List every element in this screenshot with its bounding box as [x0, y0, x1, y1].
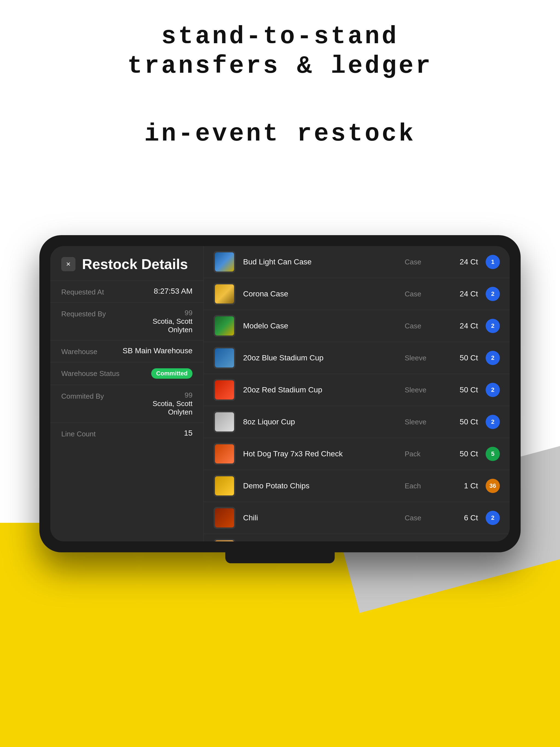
- hero-line2: transfers & ledger: [0, 51, 560, 81]
- item-thumb-image: [215, 380, 234, 400]
- committed-by-value: 99 Scotia, Scott Onlyten: [121, 391, 193, 416]
- item-name: Hot Dog Tray 7x3 Red Check: [243, 449, 397, 458]
- hero-section: stand-to-stand transfers & ledger in-eve…: [0, 0, 560, 160]
- item-count-badge: 1: [486, 255, 500, 269]
- requested-by-label: Requested By: [61, 309, 121, 318]
- item-count-badge: 2: [486, 511, 500, 525]
- item-quantity: 24 Ct: [451, 258, 478, 266]
- list-item[interactable]: 8oz Liquor Cup Sleeve 50 Ct 2: [204, 406, 510, 438]
- list-item[interactable]: Brioche Hamburger Bun Case 144 Ct 1: [204, 534, 510, 541]
- item-name: 20oz Red Stadium Cup: [243, 386, 397, 394]
- warehouse-label: Warehouse: [61, 346, 121, 356]
- item-thumbnail: [213, 251, 235, 273]
- page-title: Restock Details: [82, 256, 188, 272]
- item-unit: Sleeve: [405, 418, 443, 426]
- item-unit: Case: [405, 258, 443, 266]
- requested-by-id: 99: [121, 309, 193, 317]
- item-name: Modelo Case: [243, 321, 397, 330]
- list-item[interactable]: 20oz Blue Stadium Cup Sleeve 50 Ct 2: [204, 342, 510, 374]
- item-name: 8oz Liquor Cup: [243, 417, 397, 426]
- warehouse-row: Warehouse SB Main Warehouse: [50, 340, 203, 362]
- item-quantity: 1 Ct: [451, 482, 478, 490]
- item-thumbnail: [213, 539, 235, 541]
- requested-by-name: Scotia, Scott Onlyten: [121, 317, 193, 334]
- item-quantity: 50 Ct: [451, 354, 478, 362]
- requested-by-row: Requested By 99 Scotia, Scott Onlyten: [50, 302, 203, 340]
- item-thumb-image: [215, 508, 234, 527]
- warehouse-status-value: Committed: [121, 368, 193, 379]
- item-count-badge: 2: [486, 383, 500, 397]
- item-count-badge: 2: [486, 415, 500, 429]
- left-panel: × Restock Details Requested At 8:27:53 A…: [50, 246, 203, 541]
- item-name: Bud Light Can Case: [243, 258, 397, 266]
- committed-by-label: Commited By: [61, 391, 121, 401]
- item-quantity: 24 Ct: [451, 289, 478, 298]
- item-thumbnail: [213, 507, 235, 529]
- item-thumb-image: [215, 284, 234, 304]
- line-count-label: Line Count: [61, 429, 121, 438]
- app-content: × Restock Details Requested At 8:27:53 A…: [50, 246, 510, 541]
- item-thumb-image: [215, 349, 234, 367]
- item-thumb-image: [215, 444, 234, 463]
- requested-at-value: 8:27:53 AM: [121, 287, 193, 295]
- item-count-badge: 36: [486, 479, 500, 493]
- item-thumbnail: [213, 379, 235, 401]
- item-count-badge: 5: [486, 447, 500, 461]
- tablet-body: × Restock Details Requested At 8:27:53 A…: [40, 235, 520, 552]
- list-item[interactable]: Modelo Case Case 24 Ct 2: [204, 310, 510, 342]
- item-name: 20oz Blue Stadium Cup: [243, 354, 397, 362]
- close-button[interactable]: ×: [61, 257, 75, 271]
- list-item[interactable]: Corona Case Case 24 Ct 2: [204, 278, 510, 310]
- item-count-badge: 2: [486, 319, 500, 333]
- list-item[interactable]: Chili Case 6 Ct 2: [204, 502, 510, 534]
- app-header: × Restock Details: [50, 246, 203, 281]
- requested-at-label: Requested At: [61, 287, 121, 297]
- item-name: Demo Potato Chips: [243, 482, 397, 490]
- requested-at-row: Requested At 8:27:53 AM: [50, 281, 203, 302]
- item-thumb-image: [215, 540, 234, 541]
- warehouse-status-label: Warehouse Status: [61, 368, 121, 378]
- item-quantity: 50 Ct: [451, 417, 478, 426]
- warehouse-value: SB Main Warehouse: [121, 346, 193, 355]
- list-item[interactable]: Hot Dog Tray 7x3 Red Check Pack 50 Ct 5: [204, 438, 510, 470]
- item-quantity: 50 Ct: [451, 386, 478, 394]
- item-unit: Pack: [405, 450, 443, 458]
- items-list[interactable]: Bud Light Can Case Case 24 Ct 1 Corona C…: [203, 246, 510, 541]
- item-thumb-image: [215, 412, 234, 432]
- list-item[interactable]: Bud Light Can Case Case 24 Ct 1: [204, 246, 510, 278]
- item-thumb-image: [215, 316, 234, 335]
- item-quantity: 6 Ct: [451, 514, 478, 522]
- item-thumbnail: [213, 347, 235, 369]
- hero-line1: stand-to-stand: [0, 22, 560, 51]
- tablet-device: × Restock Details Requested At 8:27:53 A…: [40, 235, 520, 552]
- item-name: Corona Case: [243, 289, 397, 298]
- item-quantity: 50 Ct: [451, 449, 478, 458]
- item-thumbnail: [213, 475, 235, 497]
- item-unit: Each: [405, 482, 443, 490]
- item-unit: Case: [405, 322, 443, 330]
- status-badge: Committed: [151, 368, 193, 379]
- tablet-stand: [225, 549, 335, 563]
- item-unit: Case: [405, 290, 443, 298]
- item-thumb-image: [215, 476, 234, 495]
- item-unit: Case: [405, 514, 443, 522]
- warehouse-status-row: Warehouse Status Committed: [50, 362, 203, 385]
- line-count-value: 15: [121, 429, 193, 437]
- committed-by-name: Scotia, Scott Onlyten: [121, 400, 193, 416]
- line-count-row: Line Count 15: [50, 422, 203, 444]
- tablet-screen: × Restock Details Requested At 8:27:53 A…: [50, 246, 510, 541]
- item-name: Chili: [243, 514, 397, 522]
- item-unit: Sleeve: [405, 386, 443, 394]
- item-thumbnail: [213, 411, 235, 433]
- item-thumbnail: [213, 283, 235, 305]
- item-thumbnail: [213, 443, 235, 465]
- item-thumbnail: [213, 315, 235, 337]
- item-thumb-image: [215, 252, 234, 272]
- list-item[interactable]: Demo Potato Chips Each 1 Ct 36: [204, 470, 510, 502]
- item-unit: Sleeve: [405, 354, 443, 362]
- item-count-badge: 2: [486, 351, 500, 365]
- requested-by-value: 99 Scotia, Scott Onlyten: [121, 309, 193, 334]
- committed-by-id: 99: [121, 391, 193, 400]
- info-section: Requested At 8:27:53 AM Requested By 99 …: [50, 281, 203, 541]
- list-item[interactable]: 20oz Red Stadium Cup Sleeve 50 Ct 2: [204, 374, 510, 406]
